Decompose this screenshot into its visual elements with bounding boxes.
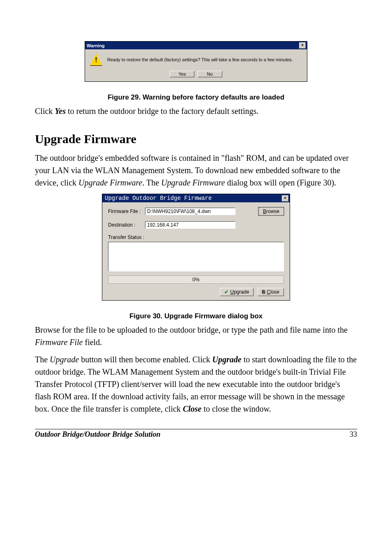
paragraph-intro: The outdoor bridge's embedded software i… xyxy=(35,152,357,189)
upgrade-button-row: ✔ Upgrade ⎘ Close xyxy=(108,288,284,296)
browse-button[interactable]: Browse xyxy=(258,207,284,215)
figure-29-caption: Figure 29. Warning before factory defaul… xyxy=(35,93,357,102)
close-icon[interactable]: × xyxy=(282,195,288,202)
warning-message: Ready to restore the default (factory) s… xyxy=(107,57,293,62)
warning-titlebar: Warning × xyxy=(85,42,307,49)
firmware-file-row: Firmware File : Browse xyxy=(108,207,284,215)
destination-input[interactable] xyxy=(145,221,235,229)
firmware-file-label: Firmware File : xyxy=(108,208,145,214)
no-button[interactable]: No xyxy=(198,71,222,77)
close-icon[interactable]: × xyxy=(299,42,306,49)
paragraph-click-yes: Click Yes to return the outdoor bridge t… xyxy=(35,105,357,117)
warning-body: Ready to restore the default (factory) s… xyxy=(85,49,307,67)
warning-dialog: Warning × Ready to restore the default (… xyxy=(85,41,307,82)
paragraph-upgrade: The Upgrade button will then become enab… xyxy=(35,353,357,415)
paragraph-browse: Browse for the file to be uploaded to th… xyxy=(35,324,357,348)
upgrade-title: Upgrade Outdoor Bridge Firmware xyxy=(105,195,212,202)
transfer-status-label: Transfer Status : xyxy=(108,234,284,240)
close-button[interactable]: ⎘ Close xyxy=(258,288,284,296)
footer-doc-title: Outdoor Bridge/Outdoor Bridge Solution xyxy=(35,430,161,439)
upgrade-body: Firmware File : Browse Destination : Tra… xyxy=(102,202,290,300)
figure-30-caption: Figure 30. Upgrade Firmware dialog box xyxy=(35,312,357,320)
warning-title: Warning xyxy=(87,43,105,48)
upgrade-titlebar: Upgrade Outdoor Bridge Firmware × xyxy=(102,194,290,202)
yes-button[interactable]: Yes xyxy=(170,71,194,77)
page-number: 33 xyxy=(350,430,357,439)
page-footer: Outdoor Bridge/Outdoor Bridge Solution 3… xyxy=(35,429,357,439)
destination-label: Destination : xyxy=(108,222,145,228)
section-heading-upgrade-firmware: Upgrade Firmware xyxy=(35,132,357,146)
destination-row: Destination : xyxy=(108,221,284,229)
check-icon: ✔ xyxy=(224,289,228,295)
upgrade-button[interactable]: ✔ Upgrade xyxy=(220,288,254,296)
warning-triangle-icon xyxy=(90,53,102,66)
door-icon: ⎘ xyxy=(262,289,265,295)
firmware-file-input[interactable] xyxy=(145,208,235,215)
transfer-status-box xyxy=(108,242,284,271)
progress-bar: 0% xyxy=(108,276,284,284)
warning-button-row: Yes No xyxy=(85,67,307,81)
upgrade-firmware-dialog: Upgrade Outdoor Bridge Firmware × Firmwa… xyxy=(102,194,290,301)
